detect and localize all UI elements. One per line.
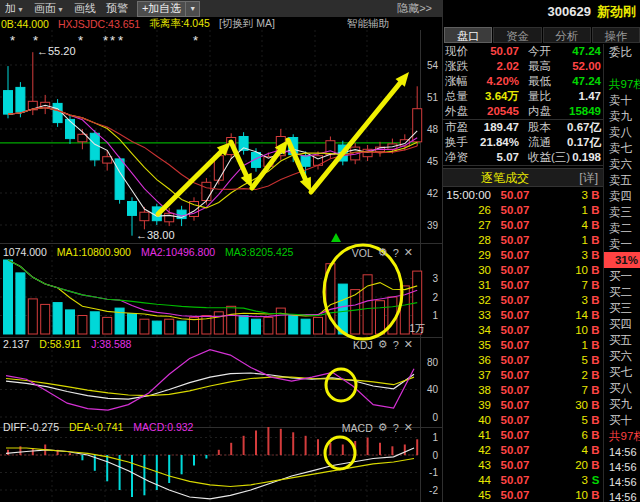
quote-value: 2.02: [479, 59, 519, 74]
quote-label: 市盈: [443, 120, 479, 135]
tick-row[interactable]: 2750.074B: [443, 218, 603, 233]
tick-row[interactable]: 3750.072B: [443, 368, 603, 383]
tick-time: 40: [443, 413, 491, 428]
help-icon[interactable]: ?: [393, 422, 399, 434]
tick-detail-button[interactable]: [详]: [579, 169, 598, 187]
tick-row[interactable]: 3450.0710B: [443, 323, 603, 338]
tick-row[interactable]: 3850.077B: [443, 383, 603, 398]
buy-level-label[interactable]: 买一: [604, 268, 640, 284]
tick-trades-list: 15:00:0050.073B2650.071B2750.074B2850.07…: [443, 188, 603, 502]
high-price-annotation: ←55.20: [37, 45, 76, 57]
sell-level-label[interactable]: 卖七: [604, 140, 640, 156]
buy-level-label[interactable]: 买八: [604, 380, 640, 396]
add-watchlist-button[interactable]: +加自选: [137, 1, 185, 17]
menu-alert[interactable]: 预警: [101, 1, 133, 16]
tick-price: 50.07: [491, 248, 539, 263]
switch-to-ma-button[interactable]: [切换到 MA]: [219, 17, 275, 31]
tick-row[interactable]: 3150.077B: [443, 278, 603, 293]
tab-zijin[interactable]: 资金: [493, 27, 541, 43]
sell-level-label[interactable]: 卖八: [604, 124, 640, 140]
macd-dea-value: DEA:-0.741: [69, 421, 123, 433]
tick-row[interactable]: 3950.0730B: [443, 398, 603, 413]
buy-level-label[interactable]: 买四: [604, 316, 640, 332]
tick-direction: B: [588, 263, 603, 278]
tick-direction: B: [588, 428, 603, 443]
buy-level-label[interactable]: 买七: [604, 364, 640, 380]
tick-row[interactable]: 15:00:0050.073B: [443, 188, 603, 203]
tick-volume: 1: [539, 338, 588, 353]
menu-overlay[interactable]: 加▼: [0, 1, 29, 16]
tick-row[interactable]: 3350.0714B: [443, 308, 603, 323]
tick-time: 32: [443, 293, 491, 308]
hide-panel-button[interactable]: 隐藏>>: [397, 1, 442, 16]
sell-level-label[interactable]: 卖三: [604, 204, 640, 220]
tick-row[interactable]: 4550.0710B: [443, 488, 603, 502]
tick-time: 27: [443, 218, 491, 233]
quote-tabs: 盘口 资金 分析 操作: [444, 27, 640, 43]
tick-price: 50.07: [491, 398, 539, 413]
buy-depth-count: 共97档: [604, 428, 640, 444]
tick-row[interactable]: 4350.0720B: [443, 458, 603, 473]
buy-level-label[interactable]: 买二: [604, 284, 640, 300]
smart-assist-label[interactable]: 智能辅助: [347, 17, 389, 31]
stock-code: 300629: [548, 4, 591, 19]
tick-row[interactable]: 4250.074B: [443, 443, 603, 458]
buy-level-label[interactable]: 买九: [604, 396, 640, 412]
svg-text:3: 3: [432, 273, 438, 284]
tick-row[interactable]: 4450.073S: [443, 473, 603, 488]
gear-icon[interactable]: ⚙: [378, 246, 388, 259]
tick-direction: B: [588, 383, 603, 398]
buy-level-label[interactable]: 买三: [604, 300, 640, 316]
tick-price: 50.07: [491, 278, 539, 293]
gear-icon[interactable]: ⚙: [378, 338, 388, 351]
sell-level-label[interactable]: 卖九: [604, 108, 640, 124]
tick-row[interactable]: 2650.071B: [443, 203, 603, 218]
kdj-panel-title: KDJ: [353, 339, 373, 351]
quote-panel: 300629新劲刚 盘口 资金 分析 操作 现价50.07今开47.24涨跌2.…: [442, 0, 640, 502]
tick-price: 50.07: [491, 428, 539, 443]
sell-depth-count: 共97档: [604, 76, 640, 92]
help-icon[interactable]: ?: [393, 247, 399, 259]
macd-header: DIFF:-0.275 DEA:-0.741 MACD:0.932: [3, 421, 193, 433]
quote-label: 最高: [528, 59, 551, 74]
tick-direction: B: [588, 368, 603, 383]
buy-level-label[interactable]: 买十: [604, 412, 640, 428]
menu-drawline[interactable]: 画线: [69, 1, 101, 16]
sell-level-label[interactable]: 卖二: [604, 220, 640, 236]
svg-text:*: *: [103, 33, 108, 48]
quote-label: 收益(三): [528, 150, 570, 165]
tick-row[interactable]: 3650.075B: [443, 353, 603, 368]
chevron-down-icon: ▼: [17, 6, 24, 13]
tick-row[interactable]: 3250.073B: [443, 293, 603, 308]
close-icon[interactable]: ✕: [404, 338, 413, 351]
sell-level-label[interactable]: 卖十: [604, 92, 640, 108]
quote-value: 3.64万: [479, 89, 519, 104]
buy-level-label[interactable]: 买五: [604, 332, 640, 348]
tick-row[interactable]: 3550.071B: [443, 338, 603, 353]
buy-level-label[interactable]: 买六: [604, 348, 640, 364]
tick-price: 50.07: [491, 203, 539, 218]
sell-level-label[interactable]: 卖一: [604, 236, 640, 252]
add-watchlist-dropdown[interactable]: ▼: [185, 1, 200, 17]
menu-screen[interactable]: 画面▼: [29, 1, 69, 16]
sell-level-label[interactable]: 卖四: [604, 188, 640, 204]
tab-caozuo[interactable]: 操作: [592, 27, 640, 43]
close-icon[interactable]: ✕: [404, 421, 413, 434]
indicator-value-3: 乖离率:4.045: [149, 17, 210, 31]
svg-text:-2: -2: [429, 485, 438, 496]
tab-fenxi[interactable]: 分析: [543, 27, 591, 43]
sell-level-label[interactable]: 卖五: [604, 172, 640, 188]
tick-volume: 14: [539, 308, 588, 323]
sell-level-label[interactable]: 卖六: [604, 156, 640, 172]
tick-row[interactable]: 4150.076B: [443, 428, 603, 443]
tick-direction: B: [588, 353, 603, 368]
tick-volume: 7: [539, 383, 588, 398]
tick-row[interactable]: 2950.073B: [443, 248, 603, 263]
tick-row[interactable]: 3050.0710B: [443, 263, 603, 278]
close-icon[interactable]: ✕: [404, 246, 413, 259]
help-icon[interactable]: ?: [393, 339, 399, 351]
tick-row[interactable]: 2850.071B: [443, 233, 603, 248]
tab-pankou[interactable]: 盘口: [444, 27, 492, 43]
tick-row[interactable]: 4050.075B: [443, 413, 603, 428]
gear-icon[interactable]: ⚙: [378, 421, 388, 434]
